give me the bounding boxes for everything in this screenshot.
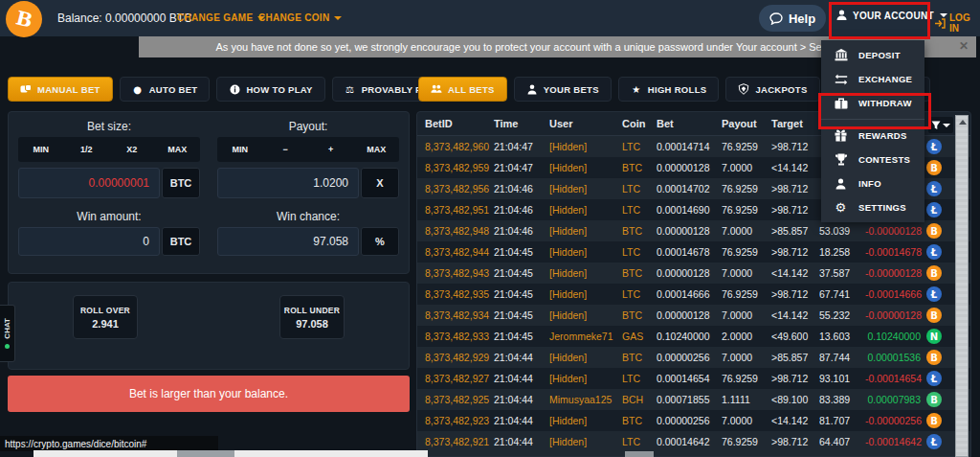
cell-time: 21:04:44 bbox=[494, 436, 549, 447]
table-row[interactable]: 8,373,482,94821:04:46[Hidden]BTC0.000001… bbox=[417, 220, 970, 241]
scrollbar-thumb[interactable] bbox=[177, 450, 234, 457]
cell-coin: LTC bbox=[622, 373, 657, 384]
topbar: Balance: 0.00000000 BTC CHANGE GAME CHAN… bbox=[0, 0, 980, 36]
cell-profit: -0.00000256 bbox=[865, 415, 926, 426]
cell-target: >98.712 bbox=[771, 183, 819, 194]
payout-minus-button[interactable]: − bbox=[263, 137, 309, 162]
cell-bet: 0.00014714 bbox=[657, 141, 722, 152]
tab-your-bets[interactable]: YOUR BETS bbox=[514, 77, 612, 102]
change-coin-button[interactable]: CHANGE COIN bbox=[258, 12, 342, 23]
cell-profit: -0.00014654 bbox=[865, 373, 926, 384]
tab-jackpots[interactable]: JACKPOTS bbox=[725, 77, 819, 102]
tab-auto-bet[interactable]: ● AUTO BET bbox=[120, 77, 211, 102]
coin-icon: B bbox=[926, 160, 942, 175]
col-coin[interactable]: Coin bbox=[622, 118, 657, 129]
roll-under-button[interactable]: ROLL UNDER 97.058 bbox=[279, 295, 345, 339]
table-row[interactable]: 8,373,482,92121:04:44[Hidden]LTC0.000146… bbox=[417, 431, 970, 452]
payout-min-button[interactable]: MIN bbox=[217, 137, 263, 162]
bet-panel: Bet size: Payout: MIN 1/2 X2 MAX MIN − +… bbox=[8, 111, 410, 274]
cell-bet: 0.00000128 bbox=[657, 225, 722, 237]
menu-item-rewards[interactable]: REWARDS bbox=[821, 124, 924, 148]
cell-bet: 0.00000256 bbox=[657, 415, 722, 426]
bet-max-button[interactable]: MAX bbox=[155, 137, 201, 162]
coin-icon: Ł bbox=[926, 181, 942, 196]
bet-half-button[interactable]: 1/2 bbox=[64, 137, 110, 162]
bet-min-button[interactable]: MIN bbox=[18, 137, 64, 162]
coin-icon: B bbox=[926, 223, 942, 239]
cell-payout: 1.1111 bbox=[722, 394, 771, 405]
exchange-icon bbox=[834, 74, 848, 85]
win-amount-input[interactable]: 0 bbox=[18, 227, 160, 256]
cell-bet: 0.00014654 bbox=[657, 373, 722, 384]
table-row[interactable]: 8,373,482,93321:04:45Jerommeke71GAS0.102… bbox=[417, 326, 970, 347]
col-time[interactable]: Time bbox=[494, 118, 549, 129]
table-row[interactable]: 8,373,482,92521:04:44Mimusyaa125BCH0.000… bbox=[417, 389, 970, 410]
win-chance-input[interactable]: 97.058 bbox=[217, 227, 359, 256]
cell-user: Jerommeke71 bbox=[549, 331, 622, 342]
user-icon bbox=[836, 10, 847, 21]
bet-double-button[interactable]: X2 bbox=[109, 137, 155, 162]
table-row[interactable]: 8,373,482,93421:04:45[Hidden]BTC0.000001… bbox=[417, 305, 970, 326]
cell-user: [Hidden] bbox=[549, 225, 622, 237]
your-account-button[interactable]: YOUR ACCOUNT bbox=[836, 10, 947, 21]
cell-bet: 0.00000128 bbox=[657, 267, 722, 279]
menu-item-settings[interactable]: ⚙ SETTINGS bbox=[821, 195, 924, 219]
roll-panel: ROLL OVER 2.941 ROLL UNDER 97.058 bbox=[8, 282, 410, 370]
table-row[interactable]: 8,373,482,92721:04:44[Hidden]LTC0.000146… bbox=[417, 368, 970, 389]
cell-user: [Hidden] bbox=[549, 183, 622, 194]
col-user[interactable]: User bbox=[549, 118, 622, 129]
tab-high-rolls[interactable]: ★ HIGH ROLLS bbox=[618, 77, 720, 102]
cell-bet: 0.00000128 bbox=[657, 162, 722, 173]
roll-over-button[interactable]: ROLL OVER 2.941 bbox=[73, 295, 138, 339]
payout-max-button[interactable]: MAX bbox=[354, 137, 400, 162]
col-target[interactable]: Target bbox=[771, 118, 819, 129]
cell-payout: 76.9259 bbox=[722, 288, 771, 300]
cell-roll: 55.232 bbox=[819, 309, 865, 321]
menu-item-contests[interactable]: CONTESTS bbox=[821, 148, 924, 171]
menu-item-deposit[interactable]: DEPOSIT bbox=[821, 43, 924, 67]
tab-how-to-play[interactable]: HOW TO PLAY bbox=[216, 77, 324, 102]
coin-icon: Ł bbox=[926, 371, 942, 386]
change-game-button[interactable]: CHANGE GAME bbox=[177, 12, 265, 23]
tab-all-bets[interactable]: ALL BETS bbox=[418, 77, 507, 102]
cell-id: 8,373,482,956 bbox=[425, 183, 494, 194]
payout-input[interactable]: 1.0200 bbox=[217, 168, 359, 198]
table-scrollbar[interactable] bbox=[955, 115, 969, 457]
cell-id: 8,373,482,935 bbox=[425, 288, 494, 300]
table-row[interactable]: 8,373,482,92321:04:44[Hidden]BTC0.000002… bbox=[417, 410, 970, 431]
info-icon bbox=[229, 83, 240, 95]
horizontal-scrollbar[interactable] bbox=[33, 450, 428, 457]
chat-bubble-icon bbox=[769, 12, 783, 25]
cell-time: 21:04:44 bbox=[494, 352, 549, 363]
auto-circle-icon: ● bbox=[132, 83, 144, 95]
cell-bet: 0.00000256 bbox=[657, 352, 722, 363]
bet-size-input[interactable]: 0.00000001 bbox=[18, 168, 160, 198]
tab-manual-bet[interactable]: MANUAL BET bbox=[8, 77, 113, 102]
cell-profit: 0.10240000 bbox=[865, 331, 926, 342]
col-payout[interactable]: Payout bbox=[722, 118, 771, 129]
cell-id: 8,373,482,959 bbox=[425, 162, 494, 173]
table-row[interactable]: 8,373,482,94321:04:45[Hidden]BTC0.000001… bbox=[417, 263, 970, 284]
table-row[interactable]: 8,373,482,93521:04:45[Hidden]LTC0.000146… bbox=[417, 284, 970, 305]
table-row[interactable]: 8,373,482,94421:04:45[Hidden]LTC0.000146… bbox=[417, 241, 970, 263]
menu-item-withdraw[interactable]: WITHDRAW bbox=[821, 91, 924, 115]
help-button[interactable]: Help bbox=[759, 5, 826, 32]
col-bet[interactable]: Bet bbox=[657, 118, 722, 129]
cell-coin: BCH bbox=[622, 394, 657, 405]
cell-coin: LTC bbox=[622, 436, 657, 447]
col-betid[interactable]: BetID bbox=[425, 118, 494, 129]
menu-item-info[interactable]: INFO bbox=[821, 171, 924, 195]
table-row-partial bbox=[417, 452, 970, 457]
payout-plus-button[interactable]: + bbox=[308, 137, 354, 162]
win-amount-unit: BTC bbox=[162, 227, 200, 256]
close-icon[interactable]: ✕ bbox=[959, 39, 969, 53]
bitcoin-logo[interactable]: B bbox=[6, 1, 42, 37]
chat-tab[interactable]: CHAT bbox=[0, 305, 15, 362]
login-button[interactable]: LOG IN bbox=[934, 12, 980, 34]
cell-user: [Hidden] bbox=[549, 288, 622, 300]
table-row[interactable]: 8,373,482,92921:04:44[Hidden]BTC0.000002… bbox=[417, 347, 970, 368]
filter-button[interactable] bbox=[928, 117, 953, 133]
login-icon bbox=[934, 18, 946, 29]
menu-item-exchange[interactable]: EXCHANGE bbox=[821, 67, 924, 91]
coin-icon: B bbox=[926, 350, 942, 365]
